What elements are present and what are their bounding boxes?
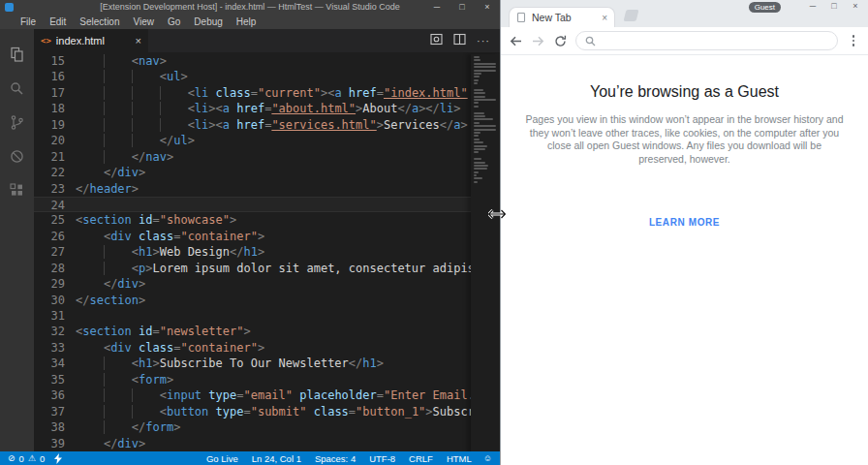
line-number: 39 — [34, 436, 65, 451]
menu-selection[interactable]: Selection — [73, 15, 126, 29]
code-line-17[interactable]: 17 <li class="current"><a href="index.ht… — [34, 85, 500, 101]
learn-more-link[interactable]: LEARN MORE — [649, 217, 720, 228]
line-number: 34 — [34, 356, 65, 371]
vscode-maximize-button[interactable]: □ — [450, 0, 475, 15]
lightning-icon[interactable] — [54, 453, 62, 464]
menu-edit[interactable]: Edit — [43, 15, 73, 29]
open-preview-icon[interactable] — [430, 32, 443, 49]
menu-help[interactable]: Help — [230, 15, 264, 29]
browser-tab-close-icon[interactable]: × — [602, 13, 607, 23]
code-line-35[interactable]: 35 <form> — [34, 372, 500, 388]
browser-menu-icon[interactable] — [847, 35, 860, 46]
code-line-38[interactable]: 38 </form> — [34, 419, 500, 435]
code-line-16[interactable]: 16 <ul> — [34, 69, 500, 84]
new-tab-button[interactable] — [624, 10, 639, 21]
back-button[interactable] — [509, 34, 522, 47]
code-line-15[interactable]: 15 <nav> — [34, 53, 500, 69]
status-spaces-4[interactable]: Spaces: 4 — [315, 453, 356, 464]
search-icon[interactable] — [0, 72, 34, 106]
vscode-window: [Extension Development Host] - index.htm… — [0, 0, 500, 465]
debug-icon[interactable] — [0, 140, 34, 173]
browser-toolbar — [501, 27, 868, 55]
status-html[interactable]: HTML — [447, 453, 472, 464]
browser-tab-title: New Tab — [532, 12, 572, 23]
line-number: 22 — [34, 165, 65, 180]
line-number: 20 — [34, 133, 65, 148]
code-line-31[interactable]: 31 — [34, 308, 500, 324]
menu-debug[interactable]: Debug — [187, 15, 229, 29]
line-number: 25 — [34, 212, 65, 228]
status-utf-8[interactable]: UTF-8 — [369, 453, 395, 464]
guest-body-text: Pages you view in this window won’t appe… — [524, 113, 846, 166]
extensions-icon[interactable] — [0, 173, 34, 207]
browser-maximize-button[interactable]: □ — [823, 0, 845, 14]
tab-favicon-icon — [516, 13, 526, 22]
code-line-33[interactable]: 33 <div class="container"> — [34, 340, 500, 356]
code-line-26[interactable]: 26 <div class="container"> — [34, 229, 500, 244]
status-crlf[interactable]: CRLF — [409, 453, 433, 464]
address-input[interactable] — [602, 35, 828, 46]
code-line-21[interactable]: 21 </nav> — [34, 149, 500, 165]
more-actions-icon[interactable]: ··· — [477, 35, 490, 46]
line-number: 31 — [34, 308, 65, 324]
resize-cursor-icon — [488, 205, 506, 223]
editor-tab-bar: <> index.html × ··· — [34, 29, 500, 52]
code-line-23[interactable]: 23</header> — [34, 181, 500, 197]
html-file-icon: <> — [41, 36, 51, 46]
code-line-37[interactable]: 37 <button type="submit" class="button_1… — [34, 404, 500, 419]
code-line-18[interactable]: 18 <li><a href="about.html">About</a></l… — [34, 101, 500, 116]
line-number: 16 — [34, 69, 65, 84]
warnings-count[interactable]: 0 — [40, 453, 45, 464]
code-line-32[interactable]: 32<section id="newsletter"> — [34, 324, 500, 339]
status-ln-24-col-1[interactable]: Ln 24, Col 1 — [252, 453, 301, 464]
tab-close-icon[interactable]: × — [136, 35, 141, 46]
activity-bar — [0, 29, 34, 451]
minimap[interactable] — [471, 54, 500, 451]
line-number: 18 — [34, 101, 65, 116]
vscode-close-button[interactable]: × — [475, 0, 500, 15]
line-number: 32 — [34, 324, 65, 339]
errors-count[interactable]: 0 — [19, 453, 24, 464]
browser-close-button[interactable]: × — [845, 0, 866, 14]
code-editor[interactable]: 15 <nav>16 <ul>17 <li class="current"><a… — [34, 52, 500, 451]
line-number: 17 — [34, 85, 65, 101]
feedback-smiley-icon[interactable]: ☺ — [483, 453, 492, 463]
menu-view[interactable]: View — [127, 15, 162, 29]
browser-window: New Tab × Guest ─ □ × You’re browsing as… — [500, 0, 868, 465]
code-line-22[interactable]: 22 </div> — [34, 165, 500, 180]
code-line-30[interactable]: 30</section> — [34, 293, 500, 308]
errors-icon[interactable]: ⊘ — [8, 453, 16, 463]
browser-tab-new-tab[interactable]: New Tab × — [509, 7, 615, 27]
code-line-20[interactable]: 20 </ul> — [34, 133, 500, 148]
source-control-icon[interactable] — [0, 106, 34, 140]
code-line-34[interactable]: 34 <h1>Subscribe To Our Newsletter</h1> — [34, 356, 500, 371]
vscode-minimize-button[interactable]: ─ — [424, 0, 450, 15]
browser-minimize-button[interactable]: ─ — [802, 0, 823, 14]
status-go-live[interactable]: Go Live — [206, 453, 238, 464]
line-number: 29 — [34, 276, 65, 292]
tab-index-html[interactable]: <> index.html × — [34, 29, 148, 52]
code-line-27[interactable]: 27 <h1>Web Design</h1> — [34, 244, 500, 260]
code-line-28[interactable]: 28 <p>Lorem ipsum dolor sit amet, consec… — [34, 261, 500, 276]
line-number: 28 — [34, 261, 65, 276]
guest-profile-badge[interactable]: Guest — [749, 2, 781, 13]
address-bar[interactable] — [575, 31, 838, 50]
line-number: 26 — [34, 229, 65, 244]
warnings-icon[interactable]: ⚠ — [28, 453, 36, 463]
code-line-24[interactable]: 24 — [34, 197, 500, 212]
menu-go[interactable]: Go — [161, 15, 187, 29]
menu-file[interactable]: File — [14, 15, 43, 29]
code-line-25[interactable]: 25<section id="showcase"> — [34, 212, 500, 228]
browser-tabstrip: New Tab × Guest ─ □ × — [501, 0, 868, 27]
forward-button[interactable] — [531, 34, 544, 47]
code-line-19[interactable]: 19 <li><a href="services.html">Services<… — [34, 117, 500, 133]
code-line-39[interactable]: 39 </div> — [34, 436, 500, 451]
menu-bar: FileEditSelectionViewGoDebugHelp — [0, 15, 500, 29]
line-number: 30 — [34, 293, 65, 308]
status-bar: ⊘ 0 ⚠ 0 Go LiveLn 24, Col 1Spaces: 4UTF-… — [0, 451, 500, 465]
code-line-29[interactable]: 29 </div> — [34, 276, 500, 292]
code-line-36[interactable]: 36 <input type="email" placeholder="Ente… — [34, 388, 500, 403]
explorer-icon[interactable] — [0, 38, 34, 72]
refresh-button[interactable] — [553, 34, 567, 47]
split-editor-icon[interactable] — [453, 32, 466, 49]
